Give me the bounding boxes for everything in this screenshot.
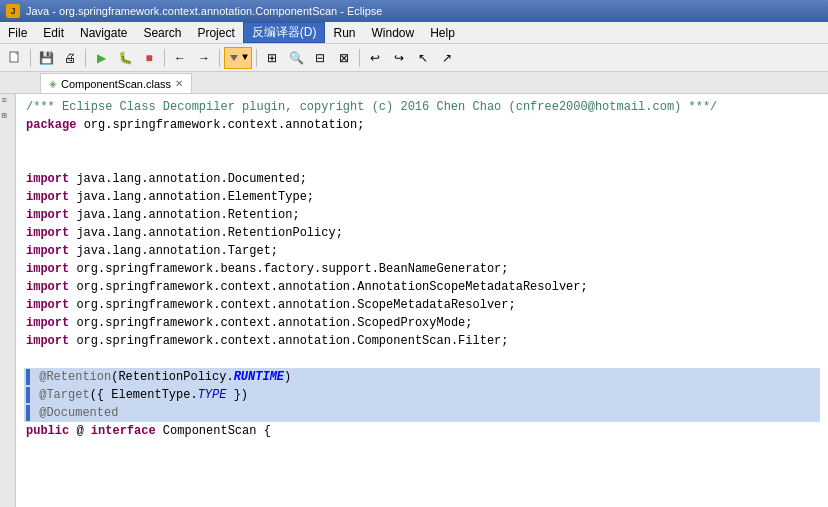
- tab-label: ComponentScan.class: [61, 78, 171, 90]
- code-comment-1: /*** Eclipse Class Decompiler plugin, co…: [26, 100, 717, 114]
- code-line-annotation-3: @Documented: [24, 404, 820, 422]
- toolbar-fwd-btn[interactable]: →: [193, 47, 215, 69]
- app-icon: J: [6, 4, 20, 18]
- code-area[interactable]: /*** Eclipse Class Decompiler plugin, co…: [16, 94, 828, 507]
- title-text: Java - org.springframework.context.annot…: [26, 5, 382, 17]
- toolbar: 💾 🖨 ▶ 🐛 ■ ← → ▼ ⊞ 🔍 ⊟ ⊠ ↩ ↪ ↖ ↗: [0, 44, 828, 72]
- kw-interface: interface: [91, 424, 156, 438]
- kw-import-7: import: [26, 280, 69, 294]
- menu-bar: File Edit Navigate Search Project 反编译器(D…: [0, 22, 828, 44]
- code-line-import-7: import org.springframework.context.annot…: [24, 278, 820, 296]
- code-package-name: org.springframework.context.annotation;: [84, 118, 365, 132]
- menu-search[interactable]: Search: [135, 22, 189, 43]
- toolbar-save-btn[interactable]: 💾: [35, 47, 57, 69]
- import-5: java.lang.annotation.Target;: [76, 244, 278, 258]
- highlight-bar-3: [26, 405, 30, 421]
- import-9: org.springframework.context.annotation.S…: [76, 316, 472, 330]
- toolbar-stop-btn[interactable]: ■: [138, 47, 160, 69]
- menu-help[interactable]: Help: [422, 22, 463, 43]
- menu-run[interactable]: Run: [325, 22, 363, 43]
- code-line-blank-3: [24, 350, 820, 368]
- dropdown-icon: [228, 52, 240, 64]
- toolbar-sep-6: [359, 49, 360, 67]
- menu-file[interactable]: File: [0, 22, 35, 43]
- toolbar-run-btn[interactable]: ▶: [90, 47, 112, 69]
- code-line-import-3: import java.lang.annotation.Retention;: [24, 206, 820, 224]
- highlight-bar-2: [26, 387, 30, 403]
- annotation-target-paren: ({ ElementType.: [90, 388, 198, 402]
- annotation-retention-paren: (RetentionPolicy.: [111, 370, 233, 384]
- code-line-annotation-1: @Retention(RetentionPolicy.RUNTIME): [24, 368, 820, 386]
- menu-navigate[interactable]: Navigate: [72, 22, 135, 43]
- code-line-import-1: import java.lang.annotation.Documented;: [24, 170, 820, 188]
- toolbar-btn-12[interactable]: ↖: [412, 47, 434, 69]
- code-line-import-8: import org.springframework.context.annot…: [24, 296, 820, 314]
- annotation-type: TYPE: [198, 388, 227, 402]
- toolbar-btn-7[interactable]: 🔍: [285, 47, 307, 69]
- toolbar-back-btn[interactable]: ←: [169, 47, 191, 69]
- annotation-documented: @Documented: [39, 406, 118, 420]
- margin-icon-2: ⊞: [2, 110, 14, 122]
- kw-import-4: import: [26, 226, 69, 240]
- code-line-2: package org.springframework.context.anno…: [24, 116, 820, 134]
- toolbar-sep-2: [85, 49, 86, 67]
- code-line-import-9: import org.springframework.context.annot…: [24, 314, 820, 332]
- import-2: java.lang.annotation.ElementType;: [76, 190, 314, 204]
- toolbar-sep-1: [30, 49, 31, 67]
- code-line-import-10: import org.springframework.context.annot…: [24, 332, 820, 350]
- toolbar-sep-3: [164, 49, 165, 67]
- menu-decompiler[interactable]: 反编译器(D): [243, 22, 326, 43]
- svg-marker-2: [230, 55, 238, 61]
- title-bar: J Java - org.springframework.context.ann…: [0, 0, 828, 22]
- import-4: java.lang.annotation.RetentionPolicy;: [76, 226, 342, 240]
- code-line-import-4: import java.lang.annotation.RetentionPol…: [24, 224, 820, 242]
- margin-icon-1: ≡: [2, 96, 14, 108]
- left-margin: ≡ ⊞: [0, 94, 16, 507]
- kw-import-6: import: [26, 262, 69, 276]
- toolbar-print-btn[interactable]: 🖨: [59, 47, 81, 69]
- tab-bar: ◈ ComponentScan.class ✕: [0, 72, 828, 94]
- annotation-retention-close: ): [284, 370, 291, 384]
- annotation-retention: @Retention: [39, 370, 111, 384]
- import-7: org.springframework.context.annotation.A…: [76, 280, 587, 294]
- kw-import-1: import: [26, 172, 69, 186]
- kw-import-5: import: [26, 244, 69, 258]
- import-6: org.springframework.beans.factory.suppor…: [76, 262, 508, 276]
- toolbar-debug-btn[interactable]: 🐛: [114, 47, 136, 69]
- dropdown-arrow: ▼: [242, 52, 248, 63]
- kw-import-2: import: [26, 190, 69, 204]
- import-8: org.springframework.context.annotation.S…: [76, 298, 515, 312]
- menu-window[interactable]: Window: [363, 22, 422, 43]
- toolbar-nav-dropdown[interactable]: ▼: [224, 47, 252, 69]
- code-line-blank-2: [24, 152, 820, 170]
- code-classname: ComponentScan {: [163, 424, 271, 438]
- tab-file-icon: ◈: [49, 78, 57, 89]
- toolbar-btn-6[interactable]: ⊞: [261, 47, 283, 69]
- toolbar-btn-10[interactable]: ↩: [364, 47, 386, 69]
- code-line-interface: public @ interface ComponentScan {: [24, 422, 820, 440]
- code-line-import-2: import java.lang.annotation.ElementType;: [24, 188, 820, 206]
- editor-tab-componentscan[interactable]: ◈ ComponentScan.class ✕: [40, 73, 192, 93]
- import-1: java.lang.annotation.Documented;: [76, 172, 306, 186]
- toolbar-btn-11[interactable]: ↪: [388, 47, 410, 69]
- menu-edit[interactable]: Edit: [35, 22, 72, 43]
- kw-package: package: [26, 118, 76, 132]
- toolbar-btn-8[interactable]: ⊟: [309, 47, 331, 69]
- toolbar-btn-13[interactable]: ↗: [436, 47, 458, 69]
- toolbar-btn-9[interactable]: ⊠: [333, 47, 355, 69]
- annotation-target: @Target: [39, 388, 89, 402]
- kw-public: public: [26, 424, 69, 438]
- kw-import-8: import: [26, 298, 69, 312]
- import-3: java.lang.annotation.Retention;: [76, 208, 299, 222]
- code-line-annotation-2: @Target({ ElementType.TYPE }): [24, 386, 820, 404]
- menu-project[interactable]: Project: [189, 22, 242, 43]
- toolbar-sep-5: [256, 49, 257, 67]
- import-10: org.springframework.context.annotation.C…: [76, 334, 508, 348]
- annotation-runtime: RUNTIME: [234, 370, 284, 384]
- kw-import-10: import: [26, 334, 69, 348]
- editor-container: ≡ ⊞ /*** Eclipse Class Decompiler plugin…: [0, 94, 828, 507]
- tab-close-btn[interactable]: ✕: [175, 78, 183, 89]
- toolbar-new-btn[interactable]: [4, 47, 26, 69]
- code-line-1: /*** Eclipse Class Decompiler plugin, co…: [24, 98, 820, 116]
- code-line-import-6: import org.springframework.beans.factory…: [24, 260, 820, 278]
